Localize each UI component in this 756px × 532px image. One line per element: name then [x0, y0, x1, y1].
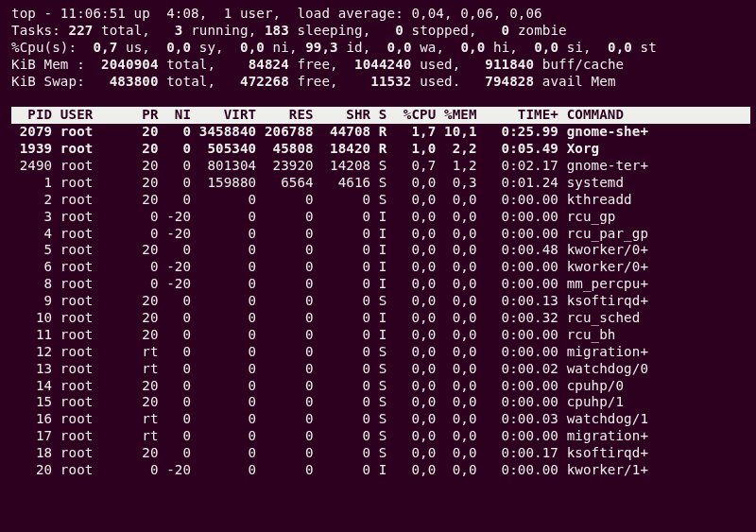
process-row: 2490 root 20 0 801304 23920 14208 S 0,7 …: [11, 158, 750, 175]
summary-line-cpu: %Cpu(s): 0,7 us, 0,0 sy, 0,0 ni, 99,3 id…: [11, 40, 750, 57]
process-row: 15 root 20 0 0 0 0 S 0,0 0,0 0:00.00 cpu…: [11, 394, 750, 411]
process-row: 3 root 0 -20 0 0 0 I 0,0 0,0 0:00.00 rcu…: [11, 209, 750, 226]
terminal-top-output: top - 11:06:51 up 4:08, 1 user, load ave…: [11, 6, 750, 479]
process-row: 2079 root 20 0 3458840 206788 44708 R 1,…: [11, 124, 750, 141]
process-row: 8 root 0 -20 0 0 0 I 0,0 0,0 0:00.00 mm_…: [11, 276, 750, 293]
process-row: 11 root 20 0 0 0 0 I 0,0 0,0 0:00.00 rcu…: [11, 327, 750, 344]
process-row: 17 root rt 0 0 0 0 S 0,0 0,0 0:00.00 mig…: [11, 428, 750, 445]
process-row: 4 root 0 -20 0 0 0 I 0,0 0,0 0:00.00 rcu…: [11, 226, 750, 243]
process-row: 9 root 20 0 0 0 0 S 0,0 0,0 0:00.13 ksof…: [11, 293, 750, 310]
blank-line: [11, 90, 750, 107]
process-row: 14 root 20 0 0 0 0 S 0,0 0,0 0:00.00 cpu…: [11, 378, 750, 395]
process-row: 2 root 20 0 0 0 0 S 0,0 0,0 0:00.00 kthr…: [11, 192, 750, 209]
process-row: 1 root 20 0 159880 6564 4616 S 0,0 0,3 0…: [11, 175, 750, 192]
process-row: 18 root 20 0 0 0 0 S 0,0 0,0 0:00.17 kso…: [11, 445, 750, 462]
process-row: 1939 root 20 0 505340 45808 18420 R 1,0 …: [11, 141, 750, 158]
summary-line-tasks: Tasks: 227 total, 3 running, 183 sleepin…: [11, 23, 750, 40]
process-row: 16 root rt 0 0 0 0 S 0,0 0,0 0:00.03 wat…: [11, 411, 750, 428]
process-row: 20 root 0 -20 0 0 0 I 0,0 0,0 0:00.00 kw…: [11, 462, 750, 479]
summary-line-mem: KiB Mem : 2040904 total, 84824 free, 104…: [11, 57, 750, 74]
process-row: 10 root 20 0 0 0 0 I 0,0 0,0 0:00.32 rcu…: [11, 310, 750, 327]
process-row: 13 root rt 0 0 0 0 S 0,0 0,0 0:00.02 wat…: [11, 361, 750, 378]
summary-line-swap: KiB Swap: 483800 total, 472268 free, 115…: [11, 74, 750, 91]
summary-line-1: top - 11:06:51 up 4:08, 1 user, load ave…: [11, 6, 750, 23]
process-row: 12 root rt 0 0 0 0 S 0,0 0,0 0:00.00 mig…: [11, 344, 750, 361]
process-row: 5 root 20 0 0 0 0 I 0,0 0,0 0:00.48 kwor…: [11, 242, 750, 259]
process-list: 2079 root 20 0 3458840 206788 44708 R 1,…: [11, 124, 750, 479]
process-row: 6 root 0 -20 0 0 0 I 0,0 0,0 0:00.00 kwo…: [11, 259, 750, 276]
column-header-row: PID USER PR NI VIRT RES SHR S %CPU %MEM …: [11, 107, 750, 124]
